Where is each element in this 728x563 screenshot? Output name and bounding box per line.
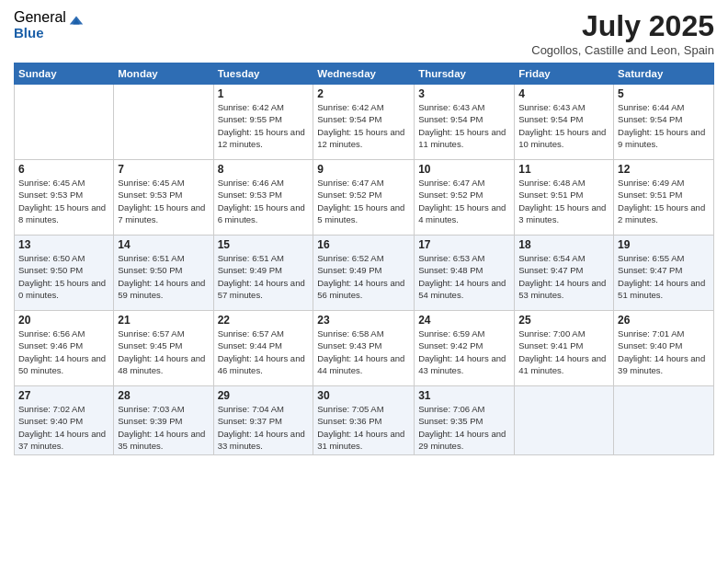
table-row: 28Sunrise: 7:03 AM Sunset: 9:39 PM Dayli… [114, 386, 213, 455]
title-block: July 2025 Cogollos, Castille and Leon, S… [531, 9, 714, 57]
col-saturday: Saturday [614, 63, 714, 85]
col-thursday: Thursday [415, 63, 515, 85]
calendar-week-row: 13Sunrise: 6:50 AM Sunset: 9:50 PM Dayli… [15, 236, 714, 311]
table-row: 19Sunrise: 6:55 AM Sunset: 9:47 PM Dayli… [614, 236, 714, 311]
day-info: Sunrise: 6:53 AM Sunset: 9:48 PM Dayligh… [418, 252, 510, 301]
calendar-week-row: 1Sunrise: 6:42 AM Sunset: 9:55 PM Daylig… [15, 85, 714, 160]
day-number: 21 [118, 314, 209, 327]
day-number: 31 [418, 389, 510, 402]
day-info: Sunrise: 6:59 AM Sunset: 9:42 PM Dayligh… [418, 327, 510, 376]
calendar-week-row: 20Sunrise: 6:56 AM Sunset: 9:46 PM Dayli… [15, 311, 714, 386]
day-info: Sunrise: 6:57 AM Sunset: 9:44 PM Dayligh… [218, 327, 310, 376]
day-info: Sunrise: 6:46 AM Sunset: 9:53 PM Dayligh… [218, 177, 310, 225]
day-number: 2 [317, 87, 410, 100]
col-tuesday: Tuesday [213, 63, 313, 85]
logo: General Blue [14, 9, 85, 40]
logo-general: General [14, 9, 66, 26]
day-number: 24 [418, 314, 510, 327]
day-number: 30 [317, 389, 410, 402]
table-row: 18Sunrise: 6:54 AM Sunset: 9:47 PM Dayli… [515, 236, 614, 311]
page: General Blue July 2025 Cogollos, Castill… [0, 0, 728, 563]
day-info: Sunrise: 7:01 AM Sunset: 9:40 PM Dayligh… [618, 327, 710, 376]
day-number: 11 [518, 163, 609, 176]
day-info: Sunrise: 6:42 AM Sunset: 9:54 PM Dayligh… [317, 101, 410, 150]
logo-text: General Blue [14, 9, 66, 40]
table-row: 10Sunrise: 6:47 AM Sunset: 9:52 PM Dayli… [415, 160, 515, 236]
day-number: 18 [518, 238, 609, 251]
table-row: 20Sunrise: 6:56 AM Sunset: 9:46 PM Dayli… [15, 311, 114, 386]
day-number: 7 [118, 163, 209, 176]
table-row: 15Sunrise: 6:51 AM Sunset: 9:49 PM Dayli… [213, 236, 313, 311]
col-friday: Friday [515, 63, 614, 85]
day-info: Sunrise: 6:44 AM Sunset: 9:54 PM Dayligh… [618, 101, 710, 150]
day-number: 13 [18, 238, 109, 251]
day-info: Sunrise: 6:51 AM Sunset: 9:50 PM Dayligh… [118, 252, 209, 301]
day-info: Sunrise: 6:48 AM Sunset: 9:51 PM Dayligh… [518, 177, 609, 225]
table-row: 22Sunrise: 6:57 AM Sunset: 9:44 PM Dayli… [213, 311, 313, 386]
table-row [515, 386, 614, 455]
day-info: Sunrise: 6:51 AM Sunset: 9:49 PM Dayligh… [218, 252, 310, 301]
table-row: 30Sunrise: 7:05 AM Sunset: 9:36 PM Dayli… [313, 386, 415, 455]
table-row: 17Sunrise: 6:53 AM Sunset: 9:48 PM Dayli… [415, 236, 515, 311]
day-info: Sunrise: 6:47 AM Sunset: 9:52 PM Dayligh… [418, 177, 510, 225]
day-info: Sunrise: 6:43 AM Sunset: 9:54 PM Dayligh… [518, 101, 609, 150]
day-info: Sunrise: 6:58 AM Sunset: 9:43 PM Dayligh… [317, 327, 410, 376]
day-number: 4 [518, 87, 609, 100]
table-row: 7Sunrise: 6:45 AM Sunset: 9:53 PM Daylig… [114, 160, 213, 236]
table-row: 13Sunrise: 6:50 AM Sunset: 9:50 PM Dayli… [15, 236, 114, 311]
main-title: July 2025 [531, 9, 714, 43]
day-info: Sunrise: 6:45 AM Sunset: 9:53 PM Dayligh… [118, 177, 209, 225]
day-info: Sunrise: 6:45 AM Sunset: 9:53 PM Dayligh… [18, 177, 109, 225]
day-info: Sunrise: 6:56 AM Sunset: 9:46 PM Dayligh… [18, 327, 109, 376]
header-row: Sunday Monday Tuesday Wednesday Thursday… [15, 63, 714, 85]
table-row [614, 386, 714, 455]
day-info: Sunrise: 6:55 AM Sunset: 9:47 PM Dayligh… [618, 252, 710, 301]
table-row: 29Sunrise: 7:04 AM Sunset: 9:37 PM Dayli… [213, 386, 313, 455]
table-row: 4Sunrise: 6:43 AM Sunset: 9:54 PM Daylig… [515, 85, 614, 160]
day-number: 22 [218, 314, 310, 327]
col-monday: Monday [114, 63, 213, 85]
day-number: 17 [418, 238, 510, 251]
day-info: Sunrise: 6:54 AM Sunset: 9:47 PM Dayligh… [518, 252, 609, 301]
day-info: Sunrise: 7:05 AM Sunset: 9:36 PM Dayligh… [317, 403, 410, 452]
col-wednesday: Wednesday [313, 63, 415, 85]
day-number: 14 [118, 238, 209, 251]
day-info: Sunrise: 6:57 AM Sunset: 9:45 PM Dayligh… [118, 327, 209, 376]
day-info: Sunrise: 7:02 AM Sunset: 9:40 PM Dayligh… [18, 403, 109, 452]
table-row: 11Sunrise: 6:48 AM Sunset: 9:51 PM Dayli… [515, 160, 614, 236]
day-info: Sunrise: 6:52 AM Sunset: 9:49 PM Dayligh… [317, 252, 410, 301]
day-info: Sunrise: 6:50 AM Sunset: 9:50 PM Dayligh… [18, 252, 109, 301]
table-row: 3Sunrise: 6:43 AM Sunset: 9:54 PM Daylig… [415, 85, 515, 160]
day-info: Sunrise: 6:49 AM Sunset: 9:51 PM Dayligh… [618, 177, 710, 225]
table-row [15, 85, 114, 160]
day-number: 29 [218, 389, 310, 402]
table-row: 31Sunrise: 7:06 AM Sunset: 9:35 PM Dayli… [415, 386, 515, 455]
table-row: 16Sunrise: 6:52 AM Sunset: 9:49 PM Dayli… [313, 236, 415, 311]
day-number: 26 [618, 314, 710, 327]
day-info: Sunrise: 7:03 AM Sunset: 9:39 PM Dayligh… [118, 403, 209, 452]
calendar-week-row: 27Sunrise: 7:02 AM Sunset: 9:40 PM Dayli… [15, 386, 714, 455]
table-row: 23Sunrise: 6:58 AM Sunset: 9:43 PM Dayli… [313, 311, 415, 386]
table-row: 26Sunrise: 7:01 AM Sunset: 9:40 PM Dayli… [614, 311, 714, 386]
day-number: 9 [317, 163, 410, 176]
logo-icon [68, 13, 85, 29]
table-row: 5Sunrise: 6:44 AM Sunset: 9:54 PM Daylig… [614, 85, 714, 160]
day-number: 5 [618, 87, 710, 100]
table-row: 12Sunrise: 6:49 AM Sunset: 9:51 PM Dayli… [614, 160, 714, 236]
day-number: 16 [317, 238, 410, 251]
day-info: Sunrise: 6:43 AM Sunset: 9:54 PM Dayligh… [418, 101, 510, 150]
table-row: 2Sunrise: 6:42 AM Sunset: 9:54 PM Daylig… [313, 85, 415, 160]
table-row: 14Sunrise: 6:51 AM Sunset: 9:50 PM Dayli… [114, 236, 213, 311]
day-number: 20 [18, 314, 109, 327]
calendar-table: Sunday Monday Tuesday Wednesday Thursday… [14, 63, 714, 455]
day-info: Sunrise: 6:42 AM Sunset: 9:55 PM Dayligh… [218, 101, 310, 150]
table-row: 24Sunrise: 6:59 AM Sunset: 9:42 PM Dayli… [415, 311, 515, 386]
day-info: Sunrise: 6:47 AM Sunset: 9:52 PM Dayligh… [317, 177, 410, 225]
day-number: 27 [18, 389, 109, 402]
day-info: Sunrise: 7:04 AM Sunset: 9:37 PM Dayligh… [218, 403, 310, 452]
day-info: Sunrise: 7:06 AM Sunset: 9:35 PM Dayligh… [418, 403, 510, 452]
day-number: 6 [18, 163, 109, 176]
logo-blue: Blue [14, 26, 66, 41]
table-row: 6Sunrise: 6:45 AM Sunset: 9:53 PM Daylig… [15, 160, 114, 236]
day-number: 23 [317, 314, 410, 327]
